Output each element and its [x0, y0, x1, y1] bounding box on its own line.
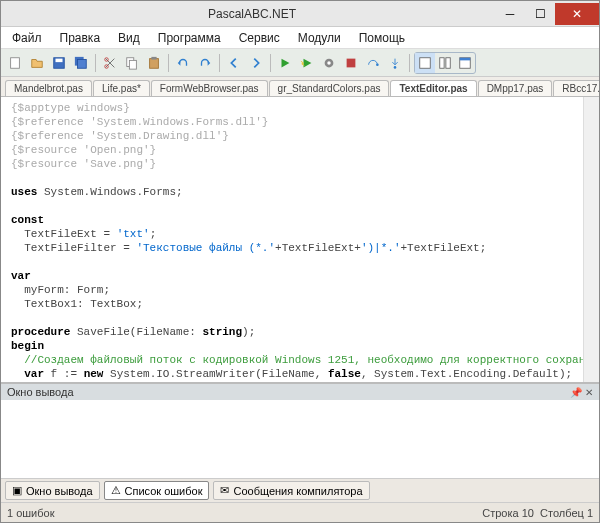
- stop-button[interactable]: [341, 53, 361, 73]
- maximize-button[interactable]: ☐: [525, 3, 555, 25]
- svg-rect-16: [420, 57, 431, 68]
- separator: [219, 54, 220, 72]
- stop-icon: [344, 56, 358, 70]
- run-button[interactable]: [275, 53, 295, 73]
- separator: [168, 54, 169, 72]
- pin-icon[interactable]: 📌: [570, 387, 582, 398]
- tab-rbcc17[interactable]: RBcc17.pas: [553, 80, 599, 96]
- output-title: Окно вывода: [7, 386, 74, 398]
- tab-dmpp17[interactable]: DMpp17.pas: [478, 80, 553, 96]
- editor-area: {$apptype windows} {$reference 'System.W…: [1, 97, 599, 382]
- btab-compiler[interactable]: ✉Сообщения компилятора: [213, 481, 369, 500]
- copy-icon: [125, 56, 139, 70]
- svg-rect-18: [446, 57, 450, 68]
- btab-output[interactable]: ▣Окно вывода: [5, 481, 100, 500]
- tab-texteditor[interactable]: TextEditor.pas: [390, 80, 476, 96]
- status-line: Строка 10: [482, 507, 534, 519]
- output-header: Окно вывода 📌 ✕: [1, 384, 599, 400]
- separator: [95, 54, 96, 72]
- tab-life[interactable]: Life.pas*: [93, 80, 150, 96]
- tab-mandelbrot[interactable]: Mandelbrot.pas: [5, 80, 92, 96]
- menu-help[interactable]: Помощь: [350, 28, 414, 48]
- titlebar: PascalABC.NET ─ ☐ ✕: [1, 1, 599, 27]
- menu-file[interactable]: Файл: [3, 28, 51, 48]
- layout-mode-group: [414, 52, 476, 74]
- tab-standardcolors[interactable]: gr_StandardColors.pas: [269, 80, 390, 96]
- app-title: PascalABC.NET: [9, 7, 495, 21]
- undo-icon: [176, 56, 190, 70]
- run-no-debug-button[interactable]: [297, 53, 317, 73]
- step-over-button[interactable]: [363, 53, 383, 73]
- svg-rect-8: [129, 60, 136, 69]
- svg-rect-0: [11, 57, 20, 68]
- document-icon: [8, 56, 22, 70]
- editor-tabbar: Mandelbrot.pas Life.pas* FormWebBrowser.…: [1, 77, 599, 97]
- undo-button[interactable]: [173, 53, 193, 73]
- nav-forward-button[interactable]: [246, 53, 266, 73]
- play-icon: [278, 56, 292, 70]
- floppy-multi-icon: [74, 56, 88, 70]
- svg-point-12: [327, 61, 331, 65]
- scissors-icon: [103, 56, 117, 70]
- menu-view[interactable]: Вид: [109, 28, 149, 48]
- separator: [270, 54, 271, 72]
- floppy-icon: [52, 56, 66, 70]
- svg-rect-10: [151, 56, 156, 59]
- svg-rect-2: [56, 58, 63, 62]
- nav-back-button[interactable]: [224, 53, 244, 73]
- vertical-scrollbar[interactable]: [583, 97, 599, 382]
- svg-rect-17: [440, 57, 444, 68]
- layout-form-button[interactable]: [455, 53, 475, 73]
- layout-split-button[interactable]: [435, 53, 455, 73]
- status-errors: 1 ошибок: [7, 507, 55, 519]
- save-all-button[interactable]: [71, 53, 91, 73]
- statusbar: 1 ошибок Строка 10 Столбец 1: [1, 502, 599, 522]
- step-into-icon: [388, 56, 402, 70]
- svg-rect-9: [150, 58, 159, 68]
- menubar: Файл Правка Вид Программа Сервис Модули …: [1, 27, 599, 49]
- svg-rect-13: [347, 58, 356, 67]
- svg-point-14: [376, 63, 379, 66]
- play-bolt-icon: [300, 56, 314, 70]
- close-button[interactable]: ✕: [555, 3, 599, 25]
- step-over-icon: [366, 56, 380, 70]
- terminal-icon: ▣: [12, 484, 22, 497]
- redo-icon: [198, 56, 212, 70]
- folder-open-icon: [30, 56, 44, 70]
- redo-button[interactable]: [195, 53, 215, 73]
- step-into-button[interactable]: [385, 53, 405, 73]
- paste-button[interactable]: [144, 53, 164, 73]
- gear-icon: [322, 56, 336, 70]
- bottom-tabbar: ▣Окно вывода ⚠Список ошибок ✉Сообщения к…: [1, 478, 599, 502]
- output-panel: Окно вывода 📌 ✕: [1, 382, 599, 478]
- toolbar: [1, 49, 599, 77]
- layout-single-icon: [418, 56, 432, 70]
- arrow-left-icon: [227, 56, 241, 70]
- output-body[interactable]: [1, 400, 599, 478]
- clipboard-icon: [147, 56, 161, 70]
- btab-errors[interactable]: ⚠Список ошибок: [104, 481, 210, 500]
- svg-rect-4: [78, 59, 87, 68]
- copy-button[interactable]: [122, 53, 142, 73]
- menu-program[interactable]: Программа: [149, 28, 230, 48]
- svg-point-15: [394, 66, 397, 69]
- menu-service[interactable]: Сервис: [230, 28, 289, 48]
- cut-button[interactable]: [100, 53, 120, 73]
- status-column: Столбец 1: [540, 507, 593, 519]
- panel-close-icon[interactable]: ✕: [585, 387, 593, 398]
- open-file-button[interactable]: [27, 53, 47, 73]
- minimize-button[interactable]: ─: [495, 3, 525, 25]
- code-editor[interactable]: {$apptype windows} {$reference 'System.W…: [1, 97, 583, 382]
- window-controls: ─ ☐ ✕: [495, 3, 599, 25]
- new-file-button[interactable]: [5, 53, 25, 73]
- menu-edit[interactable]: Правка: [51, 28, 110, 48]
- svg-rect-20: [460, 57, 471, 60]
- tab-formwebbrowser[interactable]: FormWebBrowser.pas: [151, 80, 268, 96]
- menu-modules[interactable]: Модули: [289, 28, 350, 48]
- main-window: PascalABC.NET ─ ☐ ✕ Файл Правка Вид Прог…: [0, 0, 600, 523]
- save-button[interactable]: [49, 53, 69, 73]
- compile-button[interactable]: [319, 53, 339, 73]
- message-icon: ✉: [220, 484, 229, 497]
- layout-code-button[interactable]: [415, 53, 435, 73]
- arrow-right-icon: [249, 56, 263, 70]
